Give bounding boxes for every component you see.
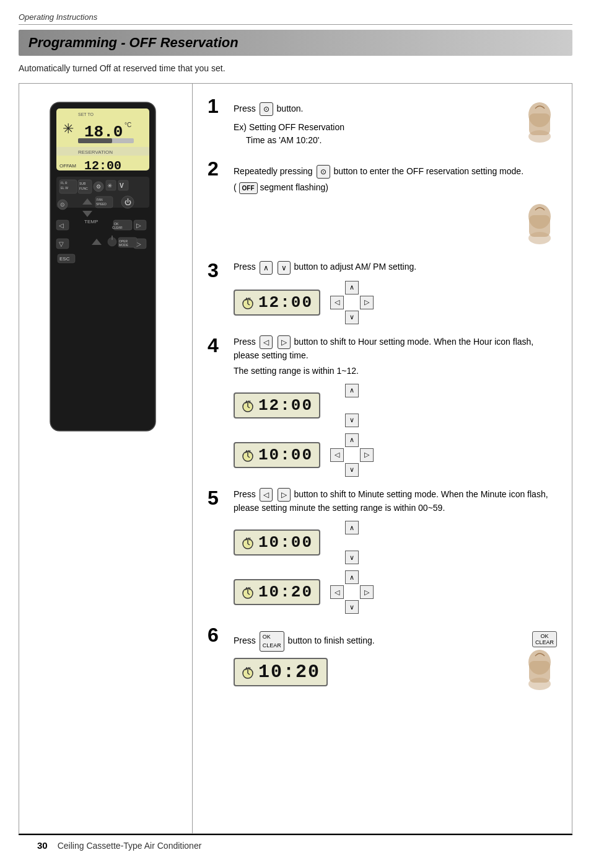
step-4-up-2: ∧ [345,433,359,447]
svg-text:⊙: ⊙ [60,202,65,208]
footer-title: Ceiling Cassette-Type Air Conditioner [58,841,202,851]
step-6-ok-btn: OKCLEAR [260,631,284,652]
step-5-down-2: ∨ [345,600,359,614]
svg-text:SPEED: SPEED [96,202,107,206]
step-6-time: 10:20 [258,662,320,683]
step-2-finger [523,204,557,249]
step-4-note: The setting range is within 1~12. [234,365,557,378]
svg-text:SET TO: SET TO [78,112,94,117]
step-2-content: Repeatedly pressing ⊙ button to enter th… [234,159,557,249]
svg-text:FL  R: FL R [61,181,68,185]
svg-text:AM: AM [245,400,250,405]
step-4-clock-icon-1: AM [241,399,255,412]
svg-text:AM: AM [245,450,250,454]
step-4-clock-icon-2: AM [241,448,255,462]
svg-rect-6 [78,138,112,143]
step-6-finger: OKCLEAR [523,631,557,693]
step-2-number: 2 [208,159,226,179]
step-2-note: ( [234,182,239,192]
step-5-display-1: AM 10:00 [234,529,320,556]
step-4-down-2: ∨ [345,463,359,477]
step-5-time-2: 10:20 [258,583,313,601]
step-5-left-btn: ◁ [260,488,273,502]
svg-text:AM: AM [69,163,76,169]
step-4-up-1: ∧ [345,384,359,397]
svg-text:▽: ▽ [59,241,64,247]
step-4-left-2: ◁ [330,448,344,462]
step-1-button-label: button. [277,104,304,113]
svg-text:⏻: ⏻ [125,198,131,206]
step-5-right-2: ▷ [360,585,374,599]
step-5-clock-icon-2: AM [241,585,255,599]
step-3-up-btn: ∧ [260,261,273,275]
step-1-example1: Ex) Setting OFF Reservation [234,122,344,132]
svg-text:FUNC: FUNC [79,187,88,190]
step-2-button-text: button to enter the OFF reservation sett… [333,166,523,176]
remote-control-diagram: ✳ 18.0 °C SET TO RESERVATION OFF AM 12:0… [44,96,168,456]
step-3-cont: button to adjust AM/ PM setting. [294,262,416,272]
footer: 30 Ceiling Cassette-Type Air Conditioner [19,834,572,856]
step-4-left-btn: ◁ [260,335,273,349]
step-6-ok-indicator: OKCLEAR [532,631,557,647]
step-5-display-2: AM 10:20 [234,579,320,605]
step-3-down-arrow: ∨ [345,311,359,324]
step-5-left-2: ◁ [330,585,344,599]
step-5-text: Press ◁ ▷ button to shift to Minute sett… [234,488,557,515]
step-5-right-btn: ▷ [278,488,291,502]
svg-text:✳: ✳ [107,182,112,189]
svg-point-60 [528,232,551,244]
step-5-press: Press [234,489,258,499]
step-3-display: AM 12:00 [234,290,320,316]
step-6-number: 6 [208,625,226,645]
step-4-display-1: AM 12:00 [234,392,320,418]
step-4-right-2: ▷ [360,448,374,462]
step-4-text: Press ◁ ▷ button to shift to Hour settin… [234,335,557,362]
svg-text:AM: AM [245,587,250,591]
svg-text:AM: AM [245,537,250,542]
svg-text:FAN: FAN [97,198,103,202]
step-3-left-arrow: ◁ [330,296,344,309]
step-1-text: Press ⊙ button. Ex) Setting OFF Reservat… [234,102,344,147]
step-1-example2: Time as 'AM 10:20'. [234,135,322,145]
step-3-text: Press ∧ ∨ button to adjust AM/ PM settin… [234,260,557,274]
step-5-time-1: 10:00 [258,533,313,552]
step-4-display-2: AM 10:00 [234,442,320,468]
svg-text:▷: ▷ [136,222,141,229]
svg-text:OFF: OFF [59,163,69,169]
step-2-off-segment: OFF [239,182,258,194]
step-3-content: Press ∧ ∨ button to adjust AM/ PM settin… [234,260,557,324]
step-2-text: Repeatedly pressing ⊙ button to enter th… [234,165,523,194]
step-2: 2 Repeatedly pressing ⊙ button to enter … [208,159,557,249]
step-6-clock-icon: AM [241,665,255,679]
step-1-press-label: Press [234,104,256,113]
step-5-clock-icon-1: AM [241,536,255,549]
title-bar: Programming - OFF Reservation [19,30,572,56]
svg-text:CLEAR: CLEAR [112,226,123,229]
step-3-number: 3 [208,260,226,280]
step-6-cont: button to finish setting. [288,636,375,645]
svg-text:12:00: 12:00 [84,159,121,173]
step-4-time-2: 10:00 [258,446,313,464]
step-3-up-arrow: ∧ [345,281,359,294]
step-6-text: Press OKCLEAR button to finish setting. [234,631,375,652]
step-3-right-arrow: ▷ [360,296,374,309]
svg-text:TEMP: TEMP [84,219,98,224]
svg-text:AM: AM [245,297,250,302]
svg-text:V: V [120,182,124,189]
left-panel-remote: ✳ 18.0 °C SET TO RESERVATION OFF AM 12:0… [19,84,193,833]
step-5: 5 Press ◁ ▷ button to shift to Minute se… [208,488,557,614]
step-2-button: ⊙ [317,165,330,179]
step-1-number: 1 [208,96,226,116]
step-5-up-2: ∧ [345,570,359,584]
page-container: Operating Instructions Programming - OFF… [0,0,591,868]
step-6-display: AM 10:20 [234,658,328,686]
step-3-clock-icon: AM [241,296,255,309]
operating-instructions-label: Operating Instructions [19,12,572,22]
svg-text:RESERVATION: RESERVATION [78,149,113,155]
svg-text:AM: AM [245,666,250,671]
step-3-arrows: ∧ ◁ ▷ ∨ [330,281,374,324]
step-3-press: Press [234,262,258,272]
step-5-arrows-2: ∧ ◁ ▷ ∨ [330,570,374,614]
svg-text:EL  W: EL W [61,186,68,190]
top-divider [19,24,572,25]
